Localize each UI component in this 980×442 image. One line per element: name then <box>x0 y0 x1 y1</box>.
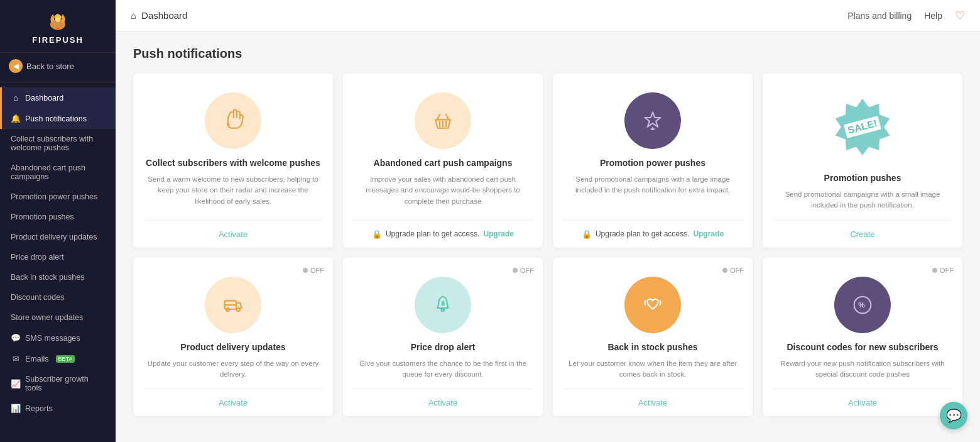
help-link[interactable]: Help <box>924 11 942 21</box>
card-icon-delivery <box>205 277 261 333</box>
card-footer-upgrade: 🔒 Upgrade plan to get access. Upgrade <box>563 220 743 248</box>
status-label: OFF <box>520 267 534 274</box>
card-footer: Activate <box>773 389 952 416</box>
upgrade-link[interactable]: Upgrade <box>693 229 724 238</box>
sidebar-logo: FIREPUSH <box>0 0 116 53</box>
status-dot <box>722 268 727 273</box>
activate-button[interactable]: Activate <box>638 398 667 407</box>
email-icon: ✉ <box>11 354 21 363</box>
card-title: Promotion power pushes <box>600 158 705 168</box>
chat-icon: 💬 <box>946 408 962 423</box>
logo-text: FIREPUSH <box>32 35 84 45</box>
card-desc: Send promotional campaigns with a large … <box>563 174 743 211</box>
activate-button[interactable]: Activate <box>848 398 877 407</box>
activate-button[interactable]: Activate <box>428 398 457 407</box>
back-to-store-button[interactable]: ◀ Back to store <box>0 53 116 79</box>
sidebar-item-label: Dashboard <box>25 94 63 102</box>
plans-billing-link[interactable]: Plans and billing <box>847 11 912 21</box>
sidebar-item-label: Promotion pushes <box>11 213 74 221</box>
upgrade-text: Upgrade plan to get access. <box>596 229 689 238</box>
activate-button[interactable]: Activate <box>219 229 248 239</box>
card-title: Discount codes for new subscribers <box>787 342 938 352</box>
growth-icon: 📈 <box>11 379 21 389</box>
sidebar-item-promotion-power[interactable]: Promotion power pushes <box>0 187 116 207</box>
sms-icon: 💬 <box>11 333 21 343</box>
topbar-title: Dashboard <box>141 10 187 21</box>
beta-badge: Beta <box>56 355 75 363</box>
sale-badge-wrap: SALE! <box>834 92 891 164</box>
card-desc: Send promotional campaigns with a small … <box>773 189 952 211</box>
card-status: OFF <box>303 267 324 274</box>
heart-icon[interactable]: ♡ <box>955 9 965 23</box>
card-footer-upgrade: 🔒 Upgrade plan to get access. Upgrade <box>353 220 533 248</box>
card-desc: Give your customers the chance to be the… <box>353 358 533 380</box>
card-footer: Create <box>773 220 952 248</box>
sidebar-item-label: Store owner updates <box>11 313 83 322</box>
card-icon-collect <box>205 92 261 149</box>
sidebar-item-abandoned-cart[interactable]: Abandoned cart push campaigns <box>0 158 116 187</box>
sidebar-item-back-in-stock[interactable]: Back in stock pushes <box>0 267 116 287</box>
card-icon-promotion-power <box>624 92 681 149</box>
sidebar-item-label: Back in stock pushes <box>11 273 84 282</box>
home-icon: ⌂ <box>131 10 136 21</box>
sidebar-item-dashboard[interactable]: ⌂ Dashboard <box>0 87 116 108</box>
star-icon <box>637 105 668 136</box>
card-icon-discount: % % <box>834 277 891 333</box>
activate-button[interactable]: Activate <box>219 398 248 407</box>
sidebar-item-emails[interactable]: ✉ Emails Beta <box>0 348 116 369</box>
status-dot <box>513 268 518 273</box>
main-content: ⌂ Dashboard Plans and billing Help ♡ Pus… <box>116 0 980 442</box>
sidebar-item-label: Product delivery updates <box>11 233 97 241</box>
card-footer: Activate <box>143 389 323 416</box>
card-desc: Update your customer every step of the w… <box>143 358 323 380</box>
card-title: Back in stock pushes <box>607 342 697 352</box>
card-title: Price drop alert <box>411 342 476 352</box>
card-icon-price-drop: $ $ <box>415 277 471 333</box>
card-title: Abandoned cart push campaigns <box>374 158 513 168</box>
card-status: OFF <box>932 267 954 274</box>
svg-text:%: % <box>858 301 865 309</box>
upgrade-link[interactable]: Upgrade <box>483 229 514 238</box>
sidebar-item-label: Abandoned cart push campaigns <box>11 163 107 181</box>
topbar: ⌂ Dashboard Plans and billing Help ♡ <box>116 0 980 31</box>
truck-icon <box>217 289 249 321</box>
heart-waves-icon <box>637 289 668 321</box>
logo-icon <box>39 10 77 34</box>
page-title: Push notifications <box>133 47 962 61</box>
content-area: Push notifications <box>116 31 980 442</box>
card-promotion-pushes: SALE! Promotion pushes Send promotional … <box>763 74 962 248</box>
sidebar-item-reports[interactable]: 📊 Reports <box>0 398 116 419</box>
sidebar-item-label: Promotion power pushes <box>11 192 97 201</box>
card-footer: Activate <box>353 389 533 416</box>
card-icon-abandoned <box>415 92 471 149</box>
sidebar: FIREPUSH ◀ Back to store ⌂ Dashboard 🔔 P… <box>0 0 116 442</box>
sidebar-item-subscriber-growth[interactable]: 📈 Subscriber growth tools <box>0 369 116 398</box>
svg-point-1 <box>55 18 60 23</box>
status-label: OFF <box>730 267 744 274</box>
sidebar-item-discount-codes[interactable]: Discount codes <box>0 287 116 307</box>
card-desc: Improve your sales with abandoned cart p… <box>353 174 533 211</box>
sale-text: SALE! <box>844 116 881 138</box>
sidebar-item-collect-subscribers[interactable]: Collect subscribers with welcome pushes <box>0 129 116 158</box>
svg-point-20 <box>638 290 668 319</box>
card-icon-back-in-stock <box>624 277 681 333</box>
svg-point-7 <box>638 106 668 136</box>
sidebar-item-store-owner[interactable]: Store owner updates <box>0 307 116 328</box>
back-arrow-icon: ◀ <box>9 59 23 73</box>
sidebar-item-label: SMS messages <box>25 334 80 343</box>
sidebar-item-push-notifications[interactable]: 🔔 Push notifications <box>0 108 116 129</box>
sidebar-item-price-drop[interactable]: Price drop alert <box>0 247 116 267</box>
card-discount-codes: OFF % % Discount codes for new subscribe… <box>763 258 962 417</box>
card-price-drop: OFF $ $ Price drop alert <box>343 258 543 417</box>
create-button[interactable]: Create <box>850 229 874 239</box>
card-status: OFF <box>722 267 744 274</box>
card-promotion-power: Promotion power pushes Send promotional … <box>553 74 753 248</box>
cards-grid: Collect subscribers with welcome pushes … <box>133 74 962 416</box>
sidebar-item-promotion-pushes[interactable]: Promotion pushes <box>0 207 116 227</box>
sidebar-item-product-delivery[interactable]: Product delivery updates <box>0 227 116 247</box>
sidebar-item-sms[interactable]: 💬 SMS messages <box>0 328 116 348</box>
chat-button[interactable]: 💬 <box>940 402 967 429</box>
sidebar-item-label: Push notifications <box>25 114 87 123</box>
topbar-actions: Plans and billing Help ♡ <box>847 9 965 23</box>
basket-icon <box>427 105 459 136</box>
